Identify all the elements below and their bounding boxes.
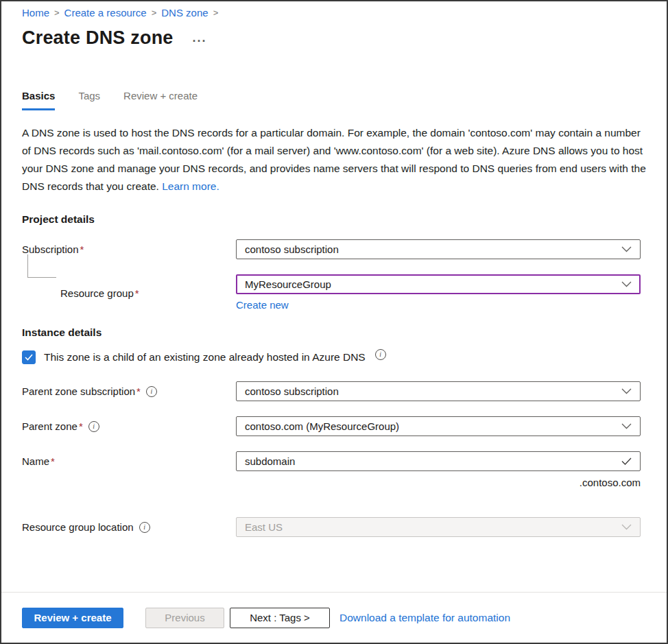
info-icon[interactable]: i <box>139 522 150 533</box>
resource-group-connector-line <box>27 254 56 278</box>
parent-zone-subscription-row: Parent zone subscription* i contoso subs… <box>22 381 646 401</box>
required-asterisk: * <box>135 287 139 299</box>
create-dns-zone-page: Home > Create a resource > DNS zone > Cr… <box>0 0 668 644</box>
breadcrumb-separator: > <box>152 8 157 18</box>
project-details-section: Subscription* contoso subscription Resou… <box>22 239 646 311</box>
tab-bar: Basics Tags Review + create <box>22 90 646 110</box>
subscription-row: Subscription* contoso subscription <box>22 239 646 259</box>
resource-group-location-value: East US <box>245 521 283 533</box>
subscription-value: contoso subscription <box>245 243 339 255</box>
resource-group-value: MyResourceGroup <box>245 278 331 290</box>
breadcrumb-separator: > <box>54 8 60 18</box>
breadcrumb-create-a-resource[interactable]: Create a resource <box>64 7 147 19</box>
name-input[interactable]: subdomain <box>236 451 641 471</box>
parent-zone-label: Parent zone* i <box>22 420 236 432</box>
parent-zone-value: contoso.com (MyResourceGroup) <box>245 420 399 432</box>
footer-action-bar: Review + create Previous Next : Tags > D… <box>1 592 667 643</box>
project-details-heading: Project details <box>22 213 646 226</box>
resource-group-location-dropdown: East US <box>236 517 641 537</box>
page-description: A DNS zone is used to host the DNS recor… <box>22 124 646 195</box>
next-tags-button[interactable]: Next : Tags > <box>230 608 330 628</box>
parent-zone-subscription-label: Parent zone subscription* i <box>22 385 236 397</box>
create-new-link[interactable]: Create new <box>236 299 289 311</box>
previous-button: Previous <box>145 608 224 628</box>
subscription-label: Subscription* <box>22 243 236 255</box>
chevron-down-icon <box>621 281 632 287</box>
child-zone-checkbox-row: This zone is a child of an existing zone… <box>22 350 646 364</box>
chevron-down-icon <box>621 423 632 429</box>
review-create-button[interactable]: Review + create <box>22 608 123 628</box>
resource-group-location-label: Resource group location i <box>22 521 236 533</box>
download-template-link[interactable]: Download a template for automation <box>339 612 510 624</box>
checkmark-icon <box>25 354 33 361</box>
breadcrumb-home[interactable]: Home <box>22 7 49 19</box>
resource-group-row: Resource group* MyResourceGroup Create n… <box>22 274 646 311</box>
tab-basics[interactable]: Basics <box>22 90 55 110</box>
name-label: Name* <box>22 455 236 467</box>
name-row: Name* subdomain <box>22 451 646 471</box>
parent-zone-dropdown[interactable]: contoso.com (MyResourceGroup) <box>236 416 641 436</box>
resource-group-location-row: Resource group location i East US <box>22 517 646 537</box>
more-options-icon[interactable]: ··· <box>193 38 207 45</box>
chevron-down-icon <box>621 524 632 530</box>
name-domain-suffix: .contoso.com <box>236 477 641 488</box>
instance-details-heading: Instance details <box>22 326 646 339</box>
description-text: A DNS zone is used to host the DNS recor… <box>22 127 646 192</box>
chevron-down-icon <box>621 388 632 394</box>
child-zone-checkbox-label: This zone is a child of an existing zone… <box>44 351 366 363</box>
info-icon[interactable]: i <box>375 349 386 360</box>
required-asterisk: * <box>80 243 84 255</box>
name-value: subdomain <box>245 455 295 467</box>
resource-group-label: Resource group* <box>22 287 236 299</box>
page-title: Create DNS zone <box>22 27 174 49</box>
info-icon[interactable]: i <box>146 386 157 397</box>
learn-more-link[interactable]: Learn more. <box>162 180 219 192</box>
required-asterisk: * <box>51 455 55 467</box>
chevron-down-icon <box>621 246 632 252</box>
parent-zone-subscription-value: contoso subscription <box>245 385 339 397</box>
breadcrumb-dns-zone[interactable]: DNS zone <box>161 7 208 19</box>
valid-checkmark-icon <box>621 457 632 465</box>
required-asterisk: * <box>136 385 141 397</box>
info-icon[interactable]: i <box>88 421 99 432</box>
tab-review-create[interactable]: Review + create <box>123 90 198 110</box>
subscription-dropdown[interactable]: contoso subscription <box>236 239 641 259</box>
parent-zone-row: Parent zone* i contoso.com (MyResourceGr… <box>22 416 646 436</box>
required-asterisk: * <box>79 420 83 432</box>
resource-group-dropdown[interactable]: MyResourceGroup <box>236 274 641 294</box>
breadcrumb: Home > Create a resource > DNS zone > <box>22 1 646 19</box>
breadcrumb-separator: > <box>213 8 219 18</box>
child-zone-checkbox[interactable] <box>22 350 36 364</box>
tab-tags[interactable]: Tags <box>78 90 100 110</box>
instance-details-section: Parent zone subscription* i contoso subs… <box>22 381 646 537</box>
parent-zone-subscription-dropdown[interactable]: contoso subscription <box>236 381 641 401</box>
